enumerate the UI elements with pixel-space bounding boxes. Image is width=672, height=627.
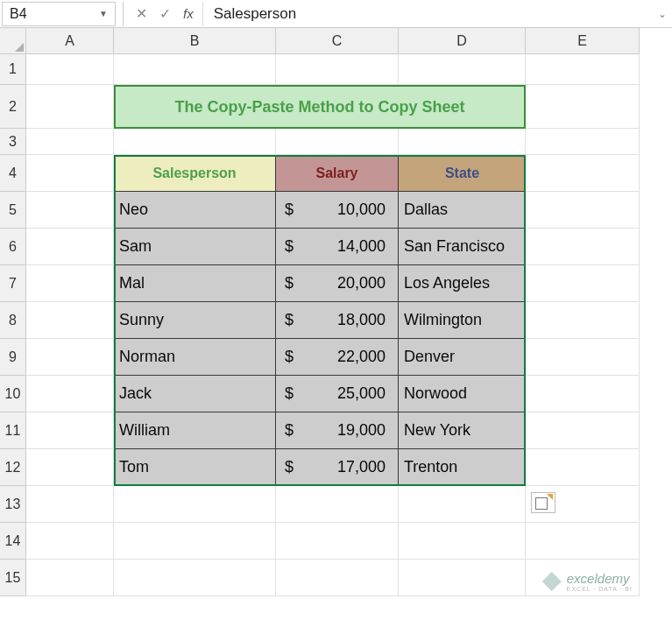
cell[interactable] xyxy=(526,376,640,412)
cell-salesperson[interactable]: William xyxy=(114,412,276,449)
cell[interactable] xyxy=(26,339,114,376)
cell-salary[interactable]: $14,000 xyxy=(276,229,399,265)
cell[interactable] xyxy=(276,560,399,596)
cell[interactable] xyxy=(399,560,526,596)
row-header[interactable]: 4 xyxy=(0,155,26,192)
cell[interactable] xyxy=(526,265,640,302)
cell[interactable] xyxy=(399,54,526,85)
formula-input[interactable]: Salesperson xyxy=(202,2,653,26)
cell[interactable] xyxy=(526,302,640,339)
cell-salesperson[interactable]: Sunny xyxy=(114,302,276,339)
row-header[interactable]: 8 xyxy=(0,302,26,339)
cell[interactable] xyxy=(399,486,526,523)
row-header[interactable]: 14 xyxy=(0,523,26,560)
row-header[interactable]: 7 xyxy=(0,265,26,302)
cell[interactable] xyxy=(26,54,114,85)
cell-salary[interactable]: $20,000 xyxy=(276,265,399,302)
cell[interactable] xyxy=(26,155,114,192)
cell[interactable] xyxy=(276,129,399,155)
cell-salesperson[interactable]: Norman xyxy=(114,339,276,376)
cell-state[interactable]: Trenton xyxy=(399,449,526,486)
row-header[interactable]: 5 xyxy=(0,192,26,229)
cell-salesperson[interactable]: Mal xyxy=(114,265,276,302)
cells-area[interactable]: The Copy-Paste Method to Copy Sheet Sale… xyxy=(26,54,640,596)
cell[interactable] xyxy=(26,192,114,229)
cell[interactable] xyxy=(526,523,640,560)
cell[interactable] xyxy=(26,449,114,486)
cell[interactable] xyxy=(526,192,640,229)
cell[interactable] xyxy=(526,449,640,486)
column-header[interactable]: C xyxy=(276,28,399,54)
cell[interactable] xyxy=(114,54,276,85)
row-header[interactable]: 13 xyxy=(0,486,26,523)
cell-salary[interactable]: $18,000 xyxy=(276,302,399,339)
row-header[interactable]: 10 xyxy=(0,376,26,412)
quick-analysis-button[interactable] xyxy=(531,492,555,513)
column-header[interactable]: D xyxy=(399,28,526,54)
row-header[interactable]: 2 xyxy=(0,85,26,129)
title-cell[interactable]: The Copy-Paste Method to Copy Sheet xyxy=(114,85,526,129)
cell[interactable] xyxy=(526,85,640,129)
cell[interactable] xyxy=(26,376,114,412)
header-state[interactable]: State xyxy=(399,155,526,192)
header-salesperson[interactable]: Salesperson xyxy=(114,155,276,192)
row-header[interactable]: 9 xyxy=(0,339,26,376)
cell[interactable] xyxy=(114,560,276,596)
row-header[interactable]: 1 xyxy=(0,54,26,85)
cell[interactable] xyxy=(276,523,399,560)
chevron-down-icon[interactable]: ▼ xyxy=(99,9,108,18)
cell-salary[interactable]: $10,000 xyxy=(276,192,399,229)
row-header[interactable]: 15 xyxy=(0,560,26,596)
cell[interactable] xyxy=(114,523,276,560)
cell-state[interactable]: San Francisco xyxy=(399,229,526,265)
cell[interactable] xyxy=(26,412,114,449)
cell[interactable] xyxy=(526,54,640,85)
row-header[interactable]: 12 xyxy=(0,449,26,486)
cell[interactable] xyxy=(26,229,114,265)
cell-salesperson[interactable]: Sam xyxy=(114,229,276,265)
cell-state[interactable]: Wilmington xyxy=(399,302,526,339)
cell[interactable] xyxy=(26,486,114,523)
column-header[interactable]: B xyxy=(114,28,276,54)
cell[interactable] xyxy=(276,54,399,85)
cell[interactable] xyxy=(399,129,526,155)
select-all-corner[interactable] xyxy=(0,28,26,54)
fx-icon[interactable]: fx xyxy=(183,6,194,21)
cell[interactable] xyxy=(399,523,526,560)
cell[interactable] xyxy=(26,560,114,596)
name-box[interactable]: B4 ▼ xyxy=(2,2,116,26)
header-salary[interactable]: Salary xyxy=(276,155,399,192)
cell[interactable] xyxy=(26,85,114,129)
row-header[interactable]: 3 xyxy=(0,129,26,155)
cell[interactable] xyxy=(26,129,114,155)
cell-salary[interactable]: $17,000 xyxy=(276,449,399,486)
cell[interactable] xyxy=(526,129,640,155)
cell[interactable] xyxy=(26,302,114,339)
cell-salary[interactable]: $19,000 xyxy=(276,412,399,449)
cell[interactable] xyxy=(276,486,399,523)
cell-salary[interactable]: $22,000 xyxy=(276,339,399,376)
cell[interactable] xyxy=(114,129,276,155)
cell[interactable] xyxy=(526,229,640,265)
row-header[interactable]: 11 xyxy=(0,412,26,449)
cell[interactable] xyxy=(526,155,640,192)
cell-salary[interactable]: $25,000 xyxy=(276,376,399,412)
cell-state[interactable]: New York xyxy=(399,412,526,449)
cell[interactable] xyxy=(26,523,114,560)
cell-salesperson[interactable]: Neo xyxy=(114,192,276,229)
cell[interactable] xyxy=(526,412,640,449)
cell-salesperson[interactable]: Jack xyxy=(114,376,276,412)
cancel-icon[interactable]: ✕ xyxy=(136,5,147,22)
row-header[interactable]: 6 xyxy=(0,229,26,265)
column-header[interactable]: A xyxy=(26,28,114,54)
cell[interactable] xyxy=(26,265,114,302)
cell[interactable] xyxy=(526,339,640,376)
cell-salesperson[interactable]: Tom xyxy=(114,449,276,486)
column-header[interactable]: E xyxy=(526,28,640,54)
expand-formula-icon[interactable]: ⌄ xyxy=(653,8,672,20)
enter-icon[interactable]: ✓ xyxy=(159,5,171,22)
cell-state[interactable]: Los Angeles xyxy=(399,265,526,302)
cell-state[interactable]: Norwood xyxy=(399,376,526,412)
cell[interactable] xyxy=(114,486,276,523)
cell-state[interactable]: Denver xyxy=(399,339,526,376)
